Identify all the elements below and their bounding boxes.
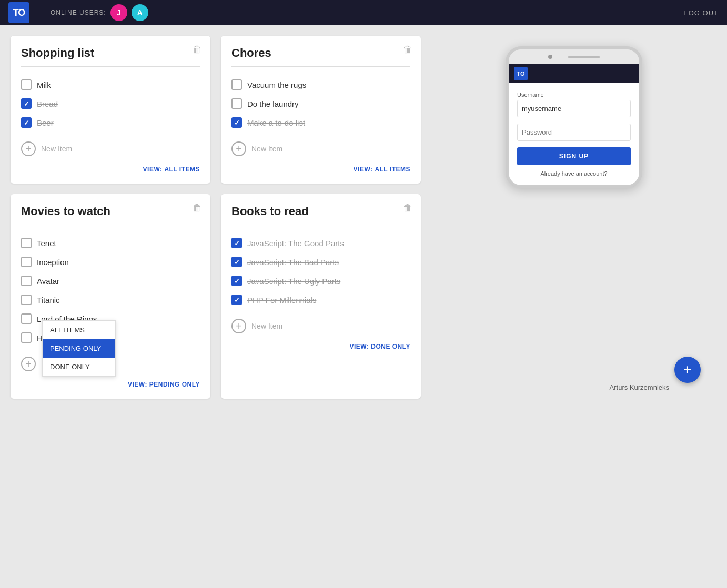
footer-username: Arturs Kurzemnieks (610, 383, 669, 391)
list-item: Titanic (21, 290, 200, 309)
list-item: Bread (21, 94, 200, 113)
list-item: JavaScript: The Bad Parts (231, 252, 410, 271)
delete-books-button[interactable]: 🗑 (403, 202, 412, 214)
item-text-js-bad: JavaScript: The Bad Parts (247, 258, 339, 267)
checkbox-php[interactable] (231, 295, 242, 305)
item-text-tenet: Tenet (37, 239, 56, 248)
delete-movies-button[interactable]: 🗑 (193, 202, 202, 214)
list-item: Inception (21, 252, 200, 271)
phone-top (509, 49, 639, 64)
delete-chores-button[interactable]: 🗑 (403, 44, 412, 55)
checkbox-todo[interactable] (231, 117, 242, 128)
list-item: Avatar (21, 271, 200, 290)
item-text-avatar: Avatar (37, 277, 59, 286)
logout-button[interactable]: LOG OUT (684, 9, 719, 17)
user-avatar-j: J (110, 4, 127, 21)
movies-filter-value[interactable]: PENDING ONLY (149, 381, 200, 388)
add-chore-button[interactable]: + (231, 141, 246, 156)
chores-view-filter: VIEW: ALL ITEMS (231, 166, 410, 173)
view-filter-value[interactable]: ALL ITEMS (164, 166, 200, 173)
item-text-todo: Make a to-do list (247, 118, 305, 127)
online-users-section: ONLINE USERS: J A (51, 4, 148, 21)
checkbox-titanic[interactable] (21, 295, 32, 305)
list-item: Vacuum the rugs (231, 75, 410, 94)
movies-card: 🗑 Movies to watch Tenet Inception Avatar… (11, 194, 210, 399)
chores-title: Chores (231, 46, 410, 60)
phone-username-label: Username (517, 92, 631, 98)
checkbox-avatar[interactable] (21, 276, 32, 286)
list-item: Beer (21, 113, 200, 132)
checkbox-js-good[interactable] (231, 238, 242, 248)
dropdown-item-done[interactable]: DONE ONLY (43, 358, 115, 376)
add-book-button[interactable]: + (231, 319, 246, 333)
checkbox-beer[interactable] (21, 117, 32, 128)
fab-button[interactable]: + (674, 357, 701, 383)
item-text-js-good: JavaScript: The Good Parts (247, 239, 344, 248)
item-text-titanic: Titanic (37, 296, 60, 305)
list-item: JavaScript: The Good Parts (231, 234, 410, 252)
item-text-php: PHP For Millennials (247, 296, 316, 305)
movies-view-filter: VIEW: PENDING ONLY (21, 381, 200, 388)
header: TO ONLINE USERS: J A LOG OUT (0, 0, 727, 25)
dropdown-item-pending[interactable]: PENDING ONLY (43, 339, 115, 358)
new-item-row: + New Item ALL ITEMS PENDING ONLY DONE O… (21, 351, 200, 377)
checkbox-tenet[interactable] (21, 238, 32, 248)
item-text-beer: Beer (37, 118, 54, 127)
checkbox-vacuum[interactable] (231, 79, 242, 90)
checkbox-milk[interactable] (21, 79, 32, 90)
new-book-label: New Item (251, 322, 282, 330)
phone-logo-icon: TO (514, 67, 528, 80)
phone-username-input[interactable] (517, 100, 631, 117)
chores-filter-value[interactable]: ALL ITEMS (375, 166, 410, 173)
checkbox-laundry[interactable] (231, 98, 242, 109)
dropdown-item-all[interactable]: ALL ITEMS (43, 321, 115, 339)
item-text-bread: Bread (37, 99, 58, 108)
phone-signup-button[interactable]: SIGN UP (517, 147, 631, 165)
delete-shopping-list-button[interactable]: 🗑 (193, 44, 202, 55)
item-text-milk: Milk (37, 80, 51, 89)
checkbox-harry-potter[interactable] (21, 332, 32, 343)
list-item: JavaScript: The Ugly Parts (231, 271, 410, 290)
list-item: Milk (21, 75, 200, 94)
view-label: VIEW: (143, 166, 163, 173)
phone-body: Username SIGN UP Already have an account… (509, 83, 639, 185)
add-movie-button[interactable]: + (21, 357, 36, 371)
shopping-list-card: 🗑 Shopping list Milk Bread Beer + New It… (11, 36, 210, 184)
phone-camera-icon (548, 55, 552, 59)
checkbox-inception[interactable] (21, 257, 32, 267)
chores-view-label: VIEW: (354, 166, 373, 173)
phone-mockup: TO Username SIGN UP Already have an acco… (506, 46, 642, 188)
online-users-label: ONLINE USERS: (51, 9, 106, 16)
phone-password-input[interactable] (517, 124, 631, 141)
new-item-label: New Item (41, 145, 72, 153)
user-avatar-a: A (132, 4, 148, 21)
books-filter-value[interactable]: DONE ONLY (371, 343, 410, 350)
new-item-row: + New Item (21, 136, 200, 161)
new-item-row: + New Item (231, 136, 410, 161)
checkbox-js-ugly[interactable] (231, 276, 242, 286)
new-chore-label: New Item (251, 145, 282, 153)
checkbox-js-bad[interactable] (231, 257, 242, 267)
phone-speaker-icon (568, 56, 600, 58)
checkbox-lotr[interactable] (21, 313, 32, 324)
books-card: 🗑 Books to read JavaScript: The Good Par… (221, 194, 421, 399)
item-text-laundry: Do the laundry (247, 99, 299, 108)
chores-card: 🗑 Chores Vacuum the rugs Do the laundry … (221, 36, 421, 184)
item-text-vacuum: Vacuum the rugs (247, 80, 306, 89)
phone-screen: TO Username SIGN UP Already have an acco… (509, 64, 639, 185)
list-item: PHP For Millennials (231, 290, 410, 309)
checkbox-bread[interactable] (21, 98, 32, 109)
list-item: Tenet (21, 234, 200, 252)
main-content: 🗑 Shopping list Milk Bread Beer + New It… (0, 25, 727, 409)
phone-account-link[interactable]: Already have an account? (517, 170, 631, 177)
books-title: Books to read (231, 205, 410, 218)
item-text-js-ugly: JavaScript: The Ugly Parts (247, 277, 340, 286)
view-filter-dropdown[interactable]: ALL ITEMS PENDING ONLY DONE ONLY (42, 320, 116, 377)
books-view-label: VIEW: (349, 343, 369, 350)
list-item: Make a to-do list (231, 113, 410, 132)
shopping-list-title: Shopping list (21, 46, 200, 60)
phone-header: TO (509, 64, 639, 83)
add-item-button[interactable]: + (21, 141, 36, 156)
phone-area: TO Username SIGN UP Already have an acco… (431, 36, 716, 399)
view-filter: VIEW: ALL ITEMS (21, 166, 200, 173)
